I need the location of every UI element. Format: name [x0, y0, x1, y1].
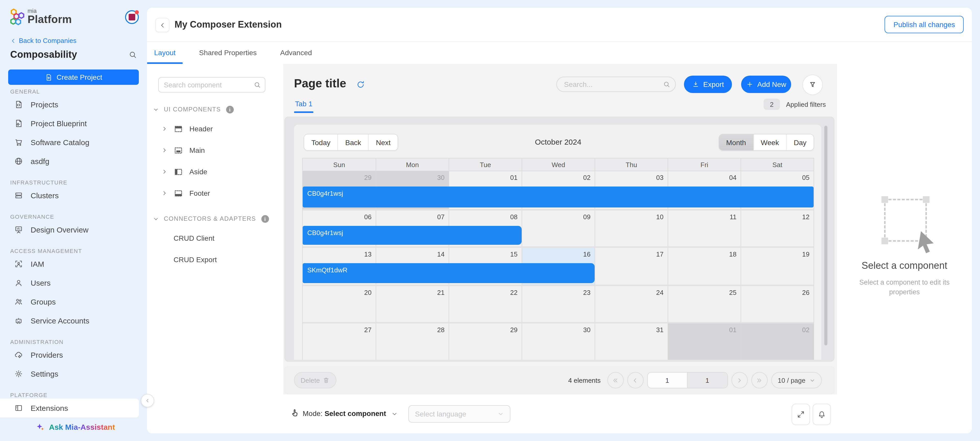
tree-group-connectors-adapters[interactable]: CONNECTORS & ADAPTERS [147, 210, 283, 227]
view-week-button[interactable]: Week [753, 134, 786, 150]
next-page-button[interactable] [732, 372, 748, 388]
sidebar-item-groups[interactable]: Groups [0, 292, 147, 311]
refresh-icon[interactable] [356, 80, 365, 89]
view-day-button[interactable]: Day [786, 134, 814, 150]
sidebar-item-clusters[interactable]: Clusters [0, 186, 147, 205]
calendar-event[interactable]: CB0g4r1wsj [303, 226, 522, 245]
page-size-select[interactable]: 10 / page [771, 372, 822, 388]
weekday-label: Mon [375, 158, 449, 171]
notifications-button[interactable] [813, 404, 831, 425]
chevron-down-icon [153, 216, 159, 222]
page-input[interactable]: 1 [648, 372, 687, 388]
calendar-day-cell[interactable]: 27 [303, 323, 375, 360]
sidebar-item-extensions[interactable]: Extensions [0, 399, 139, 417]
language-select[interactable]: Select language [408, 405, 511, 423]
elements-count: 4 elements [568, 376, 600, 384]
applied-filters: 2 Applied filters [764, 99, 826, 110]
sidebar-item-design-overview[interactable]: Design Overview [0, 220, 147, 239]
prev-page-button[interactable] [627, 372, 644, 388]
calendar-day-cell[interactable]: 18 [668, 248, 741, 284]
user-avatar[interactable] [125, 10, 139, 24]
create-project-button[interactable]: Create Project [8, 69, 139, 85]
globe-icon [14, 157, 23, 166]
tree-item-aside[interactable]: Aside [147, 161, 283, 182]
calendar-day-cell[interactable]: 23 [522, 286, 595, 322]
view-month-button[interactable]: Month [719, 134, 753, 150]
tree-item-label: Main [189, 146, 205, 154]
calendar-day-cell[interactable]: 31 [595, 323, 668, 360]
back-to-companies-link[interactable]: Back to Companies [10, 37, 76, 45]
sidebar-item-asdfg[interactable]: asdfg [0, 152, 147, 171]
add-new-button[interactable]: Add New [741, 76, 791, 93]
sidebar-item-projects[interactable]: Projects [0, 95, 147, 114]
calendar-day-cell[interactable]: 28 [375, 323, 449, 360]
calendar-grid: 29300102030405CB0g4r1wsj06070809101112CB… [302, 171, 814, 360]
tree-item-crud-export[interactable]: CRUD Export [147, 249, 283, 270]
calendar-scrollbar[interactable] [824, 126, 827, 345]
sidebar-item-service-accounts[interactable]: Service Accounts [0, 311, 147, 330]
id-badge-icon [14, 260, 23, 268]
component-search-input[interactable] [158, 77, 266, 93]
avatar-image [129, 14, 135, 21]
calendar-day-cell[interactable]: 10 [595, 211, 668, 246]
calendar-day-cell[interactable]: 02 [741, 323, 814, 360]
sidebar-item-software-catalog[interactable]: Software Catalog [0, 133, 147, 152]
tree-item-header[interactable]: Header [147, 118, 283, 139]
calendar-day-cell[interactable]: 20 [303, 286, 375, 322]
export-button[interactable]: Export [684, 76, 732, 93]
trash-icon [322, 377, 329, 384]
tree-item-main[interactable]: Main [147, 139, 283, 161]
calendar-day-cell[interactable]: 11 [668, 211, 741, 246]
tab-layout[interactable]: Layout [147, 42, 183, 64]
sidebar-collapse-button[interactable] [141, 394, 154, 407]
calendar-day-cell[interactable]: 17 [595, 248, 668, 284]
file-gear-icon [14, 119, 23, 128]
fullscreen-button[interactable] [792, 404, 810, 425]
calendar-day-cell[interactable]: 01 [668, 323, 741, 360]
last-page-button[interactable] [751, 372, 768, 388]
sidebar-item-label: Extensions [30, 404, 68, 412]
calendar-event[interactable]: SKmQtf1dwR [303, 263, 595, 283]
tree-group-ui-components[interactable]: UI COMPONENTS [147, 101, 283, 118]
calendar-day-cell[interactable]: 24 [595, 286, 668, 322]
first-page-button[interactable] [608, 372, 624, 388]
tab-shared-properties[interactable]: Shared Properties [192, 42, 264, 64]
calendar-day-cell[interactable]: 26 [741, 286, 814, 322]
weekday-label: Tue [449, 158, 522, 171]
header-back-button[interactable] [155, 18, 169, 32]
sidebar-item-iam[interactable]: IAM [0, 254, 147, 273]
tab-advanced[interactable]: Advanced [273, 42, 319, 64]
calendar-view-switcher: Month Week Day [718, 134, 814, 151]
calendar-event[interactable]: CB0g4r1wsj [303, 187, 814, 208]
calendar-day-cell[interactable]: 25 [668, 286, 741, 322]
calendar-day-cell[interactable]: 19 [741, 248, 814, 284]
filter-button[interactable] [802, 75, 823, 95]
sidebar-item-users[interactable]: Users [0, 273, 147, 292]
applied-filters-label[interactable]: Applied filters [786, 101, 826, 108]
sidebar-item-settings[interactable]: Settings [0, 364, 147, 383]
calendar-day-cell[interactable]: 21 [375, 286, 449, 322]
calendar-day-cell[interactable]: 12 [741, 211, 814, 246]
sidebar-item-providers[interactable]: Providers [0, 345, 147, 364]
tree-item-label: CRUD Client [173, 234, 215, 242]
tree-item-label: Footer [189, 189, 210, 197]
calendar-day-cell[interactable]: 30 [522, 323, 595, 360]
publish-all-changes-button[interactable]: Publish all changes [885, 16, 964, 33]
tree-item-footer[interactable]: Footer [147, 182, 283, 204]
sidebar-search-icon[interactable] [129, 51, 137, 59]
ask-mia-assistant[interactable]: Ask Mia-Assistant [0, 417, 147, 436]
calendar-day-cell[interactable]: 22 [449, 286, 522, 322]
mode-label: Mode: [303, 409, 323, 417]
tree-item-crud-client[interactable]: CRUD Client [147, 227, 283, 249]
calendar-day-cell[interactable]: 09 [522, 211, 595, 246]
chevron-down-icon [153, 107, 159, 112]
canvas-search-input[interactable] [556, 77, 676, 92]
chevron-down-icon[interactable] [391, 411, 398, 417]
mode-select[interactable]: Mode: Select component [303, 409, 386, 417]
sidebar-item-project-blueprint[interactable]: Project Blueprint [0, 114, 147, 133]
calendar-day-cell[interactable]: 29 [449, 323, 522, 360]
content-tab-1[interactable]: Tab 1 [294, 100, 313, 108]
delete-button[interactable]: Delete [294, 372, 336, 388]
export-label: Export [703, 80, 724, 88]
sidebar-item-label: Projects [30, 100, 58, 109]
